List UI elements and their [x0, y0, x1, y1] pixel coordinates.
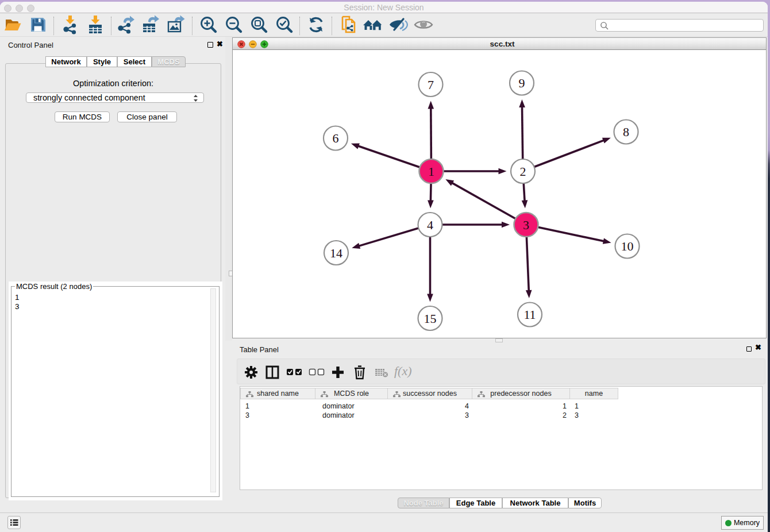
svg-text:1: 1	[428, 164, 434, 179]
svg-text:6: 6	[333, 131, 339, 145]
svg-text:15: 15	[424, 311, 437, 326]
svg-text:7: 7	[428, 78, 434, 92]
svg-text:3: 3	[523, 218, 529, 232]
svg-text:4: 4	[427, 218, 433, 232]
svg-text:11: 11	[523, 307, 536, 322]
svg-text:10: 10	[621, 239, 634, 253]
svg-text:14: 14	[330, 246, 342, 260]
svg-text:2: 2	[520, 164, 526, 179]
svg-text:8: 8	[623, 125, 629, 139]
svg-text:9: 9	[519, 76, 525, 90]
